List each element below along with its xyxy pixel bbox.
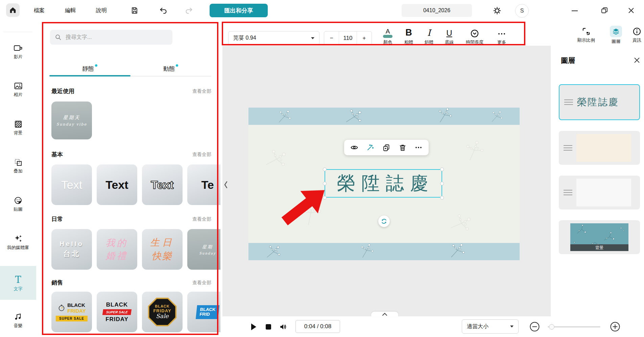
search-box[interactable] (50, 30, 172, 45)
sidebar-item-photo[interactable]: 相片 (0, 82, 36, 98)
minimize-button[interactable] (571, 10, 578, 12)
info-button[interactable]: 資訊 (628, 27, 644, 43)
settings-button[interactable] (493, 6, 501, 15)
view-all-daily[interactable]: 查看全部 (192, 216, 211, 222)
sidebar-item-background[interactable]: 背景 (0, 120, 36, 136)
layer-item-background[interactable]: 背景 (559, 220, 640, 254)
zoom-in-button[interactable] (610, 321, 620, 332)
menu-file[interactable]: 檔案 (34, 0, 45, 21)
view-all-basic[interactable]: 查看全部 (192, 152, 211, 158)
template-thumb-happy-birthday[interactable]: 生日 快樂 (142, 229, 183, 270)
aspect-ratio-button[interactable]: 顯示比例 (573, 27, 600, 43)
more-button[interactable]: 更多 (492, 28, 511, 45)
bold-button[interactable]: B 粗體 (399, 28, 418, 45)
account-avatar[interactable]: S (515, 4, 529, 18)
resize-handle-bottom-left[interactable] (323, 196, 327, 200)
tab-dynamic[interactable]: 動態 (130, 64, 212, 76)
export-share-button[interactable]: 匯出和分享 (210, 4, 268, 17)
tab-static-dot (95, 64, 97, 67)
layer-item-2[interactable] (559, 131, 640, 165)
play-button[interactable] (250, 323, 257, 331)
photo-icon (14, 82, 23, 90)
home-button[interactable] (6, 3, 20, 17)
zoom-slider-track[interactable] (548, 326, 600, 328)
resize-handle-bottom-right[interactable] (440, 196, 444, 200)
underline-icon: U (446, 28, 452, 38)
color-button[interactable]: A 顏色 (378, 28, 397, 45)
font-size-value[interactable]: 110 (339, 31, 356, 45)
rotate-button[interactable] (378, 216, 390, 227)
template-thumb-sunday-cut[interactable]: 星期 Sunday (187, 229, 220, 270)
zoom-out-button[interactable] (529, 321, 540, 332)
layer-item-3[interactable] (559, 176, 640, 209)
resize-handle-mid-right[interactable] (440, 182, 444, 185)
template-thumb-black-friday-1[interactable]: BLACK FRIDAY SUPER SALE (51, 292, 92, 332)
visibility-button[interactable] (350, 144, 358, 151)
template-thumb-text-cut[interactable]: Te (187, 164, 220, 205)
sidebar-item-sticker[interactable]: 貼圖 (0, 196, 36, 212)
resize-handle-mid-left[interactable] (323, 182, 327, 185)
template-thumb-hello-taipei[interactable]: Hello 台北 (51, 229, 92, 270)
delete-button[interactable] (399, 143, 407, 152)
save-button[interactable] (130, 6, 139, 15)
panel-collapse-handle[interactable] (223, 177, 229, 193)
canvas-area[interactable]: 榮陞誌慶 (222, 46, 550, 316)
template-thumb-text-black[interactable]: Text (97, 164, 137, 205)
stop-button[interactable] (265, 323, 272, 330)
layers-toggle-button[interactable]: 圖層 (607, 27, 625, 45)
drag-handle-icon[interactable] (564, 145, 572, 151)
template-thumb-text-white[interactable]: Text (51, 164, 92, 205)
sidebar-item-overlay[interactable]: 疊加 (0, 158, 36, 174)
layer-text-label: 榮陞誌慶 (577, 96, 619, 109)
layer-item-text[interactable]: 榮陞誌慶 (559, 84, 640, 120)
close-button[interactable] (627, 7, 635, 14)
volume-button[interactable] (279, 322, 288, 331)
search-input[interactable] (65, 34, 161, 41)
font-size-decrease-button[interactable]: − (324, 31, 339, 45)
sidebar-item-video[interactable]: 影片 (0, 44, 36, 60)
template-thumb-sunday-vibe[interactable]: 星期天 Sunday vibe (51, 102, 92, 139)
italic-button[interactable]: I 斜體 (420, 28, 438, 45)
italic-label: 斜體 (425, 39, 433, 45)
template-thumb-black-friday-2[interactable]: BLACK SUPER SALE FRIDAY (97, 292, 137, 332)
context-more-button[interactable] (414, 143, 423, 152)
duration-clock-icon (470, 29, 479, 38)
zoom-slider-handle[interactable] (549, 324, 554, 330)
plus-icon: + (362, 35, 366, 42)
template-thumb-my-wedding[interactable]: 我的 婚禮 (97, 229, 137, 270)
duration-button[interactable]: 時間長度 (461, 28, 488, 45)
sidebar-item-my-media[interactable]: 我的媒體庫 (0, 234, 36, 251)
magic-wand-button[interactable] (366, 143, 374, 152)
selected-text-element[interactable]: 榮陞誌慶 (325, 169, 442, 198)
template-thumb-black-friday-4[interactable]: BLACK FRID (187, 292, 220, 332)
sidebar-item-text[interactable]: T 文字 (0, 275, 36, 292)
view-all-recent[interactable]: 查看全部 (192, 88, 211, 94)
sidebar-item-music[interactable]: 音樂 (0, 313, 36, 329)
tab-static[interactable]: 靜態 (49, 64, 130, 76)
restore-button[interactable] (600, 6, 609, 15)
timeline-expand-handle[interactable] (371, 312, 398, 317)
sidebar-item-music-label: 音樂 (14, 323, 23, 329)
underline-button[interactable]: U 底線 (440, 28, 459, 45)
menu-help[interactable]: 說明 (96, 0, 107, 21)
redo-button[interactable] (185, 6, 193, 15)
undo-button[interactable] (159, 6, 168, 15)
layers-panel-title: 圖層 (561, 56, 575, 65)
project-name-field[interactable]: 0410_2026 (402, 4, 472, 17)
section-title-basic: 基本 (51, 151, 63, 158)
drag-handle-icon[interactable] (564, 99, 573, 105)
resize-handle-top-right[interactable] (440, 167, 444, 171)
zoom-fit-select[interactable]: 適當大小 (462, 319, 519, 334)
menu-edit[interactable]: 編輯 (65, 0, 76, 21)
font-family-select[interactable]: 芫荽 0.94 (228, 31, 319, 45)
active-tab-indicator (49, 75, 130, 76)
font-size-increase-button[interactable]: + (357, 31, 372, 45)
resize-handle-top-left[interactable] (323, 167, 327, 171)
sidebar-item-my-media-label: 我的媒體庫 (7, 245, 29, 251)
drag-handle-icon[interactable] (564, 190, 572, 195)
duplicate-button[interactable] (382, 143, 390, 152)
layers-panel-close-button[interactable] (633, 57, 641, 64)
template-thumb-black-friday-3[interactable]: BLACK FRIDAY Sale (142, 292, 183, 332)
template-thumb-text-outline[interactable]: Text (142, 164, 183, 205)
view-all-sales[interactable]: 查看全部 (192, 280, 211, 286)
